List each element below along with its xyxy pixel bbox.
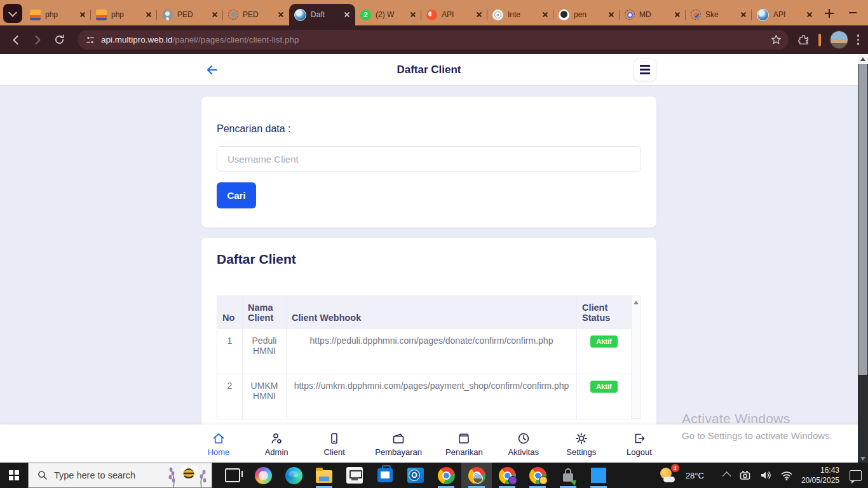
address-bar[interactable]: api.multipro.web.id/panel//pages/client/… [78, 30, 789, 50]
globe-favicon [294, 9, 306, 21]
bookmark-star-icon[interactable] [770, 34, 782, 46]
table-scrollbar[interactable] [632, 295, 641, 419]
close-icon[interactable] [540, 10, 550, 20]
tab-daftar-client-active[interactable]: Daft [289, 4, 355, 25]
new-tab-button[interactable] [820, 4, 838, 22]
nav-item-client[interactable]: Client [317, 431, 351, 457]
taskbar-search-box[interactable]: Type here to search [28, 463, 212, 488]
tray-time: 16:43 [801, 465, 839, 475]
activate-windows-watermark: Activate Windows [682, 411, 790, 426]
nav-item-pembayaran[interactable]: Pembayaran [375, 431, 422, 457]
nav-item-logout[interactable]: Logout [622, 431, 656, 457]
tab-phpmyadmin-1[interactable]: php [25, 4, 91, 25]
wifi-icon[interactable] [780, 469, 793, 482]
search-decoration-bee-art [165, 463, 210, 487]
profile-avatar[interactable] [830, 30, 848, 49]
globe-favicon [757, 9, 769, 21]
tab-api-1[interactable]: API [421, 4, 487, 25]
browser-menu-icon[interactable] [857, 34, 860, 45]
edge-button[interactable] [278, 463, 309, 488]
browser-tab-bar: php php PED PED Daft 2(2) W API Inte pen… [0, 0, 868, 25]
file-explorer-icon [316, 470, 332, 483]
col-header-no: No [217, 296, 243, 329]
close-icon[interactable] [276, 10, 286, 20]
close-icon[interactable] [474, 10, 484, 20]
tab-list-chevron-button[interactable] [3, 4, 22, 23]
whatsapp-icon: 2 [360, 10, 371, 20]
scrollbar-down-arrow[interactable] [860, 457, 865, 461]
close-icon[interactable] [738, 10, 749, 20]
volume-icon[interactable] [759, 469, 772, 482]
col-header-status: Client Status [577, 296, 632, 329]
nav-item-admin[interactable]: Admin [259, 431, 294, 457]
vscode-button[interactable] [583, 463, 614, 488]
chrome-active-button[interactable] [461, 463, 492, 488]
tab-md[interactable]: MD [620, 4, 686, 25]
nav-item-aktivitas[interactable]: Aktivitas [506, 431, 541, 457]
printer-app-button[interactable] [339, 463, 370, 488]
forward-button[interactable] [27, 29, 48, 51]
search-card: Pencarian data : Cari [201, 97, 656, 227]
search-input[interactable] [217, 146, 641, 172]
start-button[interactable] [0, 463, 28, 488]
cell-status: Aktif [577, 374, 632, 419]
file-explorer-button[interactable] [309, 463, 339, 488]
person-favicon [162, 10, 173, 20]
cell-status: Aktif [577, 329, 632, 374]
close-icon[interactable] [144, 10, 154, 20]
weather-icon[interactable]: 1 [660, 466, 677, 484]
nav-item-settings[interactable]: Settings [564, 431, 599, 457]
url-domain: api.multipro.web.id [101, 35, 173, 44]
search-button[interactable]: Cari [217, 182, 256, 208]
tab-ske[interactable]: Ske [686, 4, 752, 25]
hidden-icons-chevron[interactable] [722, 471, 731, 480]
close-icon[interactable] [408, 10, 418, 20]
tab-label: Daft [311, 10, 342, 19]
screen-cast-icon[interactable] [739, 470, 751, 482]
chrome-button[interactable] [431, 463, 461, 488]
close-icon[interactable] [78, 10, 88, 20]
nav-item-penarikan[interactable]: Penarikan [445, 431, 483, 457]
nav-item-home[interactable]: Home [201, 431, 236, 457]
profile-photo-badge [473, 473, 483, 484]
activate-windows-subtext: Go to Settings to activate Windows. [682, 430, 832, 441]
page-back-button[interactable] [201, 59, 223, 81]
nav-label: Aktivitas [508, 447, 539, 457]
close-icon[interactable] [606, 10, 616, 20]
notification-count-badge: 1 [671, 464, 679, 472]
hamburger-icon [640, 65, 650, 67]
url-path: /panel//pages/client/client-list.php [173, 35, 299, 44]
page-scrollbar[interactable] [858, 54, 868, 463]
tab-whatsapp[interactable]: 2(2) W [355, 4, 421, 25]
extensions-icon[interactable] [797, 34, 810, 46]
copilot-button[interactable] [248, 463, 278, 488]
tab-ped-1[interactable]: PED [157, 4, 223, 25]
back-button[interactable] [5, 29, 27, 51]
minimize-button[interactable] [838, 0, 867, 25]
gear-icon [574, 431, 588, 445]
scrollbar-thumb[interactable] [858, 64, 867, 375]
chrome-profile3-button[interactable] [522, 463, 553, 488]
vscode-icon [591, 468, 606, 483]
action-center-icon[interactable] [850, 470, 862, 481]
temperature-label: 28°C [686, 471, 704, 480]
outlook-button[interactable] [400, 463, 431, 488]
scrollbar-up-arrow[interactable] [858, 54, 868, 64]
hamburger-menu-button[interactable] [634, 58, 656, 81]
close-icon[interactable] [672, 10, 682, 20]
reload-button[interactable] [48, 29, 70, 51]
close-icon[interactable] [210, 10, 220, 20]
close-icon[interactable] [342, 10, 352, 20]
close-icon[interactable] [804, 10, 815, 20]
remote-desktop-button[interactable] [553, 463, 583, 488]
microsoft-store-button[interactable] [370, 463, 400, 488]
task-view-button[interactable] [217, 463, 248, 488]
chrome-profile2-button[interactable] [492, 463, 522, 488]
tab-api-2[interactable]: API [752, 4, 818, 25]
tab-inte[interactable]: Inte [487, 4, 553, 25]
tab-phpmyadmin-2[interactable]: php [91, 4, 157, 25]
clock[interactable]: 16:43 20/05/2025 [801, 465, 839, 485]
tab-ped-2[interactable]: PED [223, 4, 289, 25]
tab-pen[interactable]: pen [553, 4, 620, 25]
nav-label: Pembayaran [375, 447, 422, 457]
